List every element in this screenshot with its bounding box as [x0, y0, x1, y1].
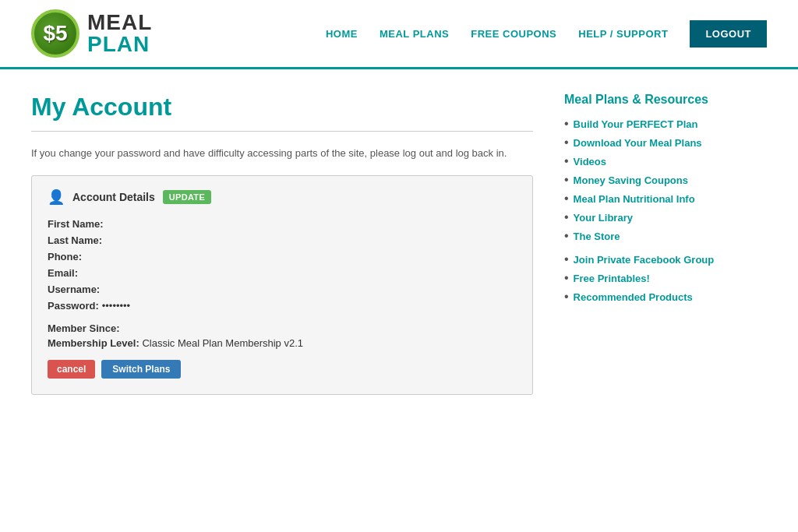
last-name-label: Last Name:: [48, 234, 102, 246]
phone-label: Phone:: [48, 251, 82, 262]
username-row: Username:: [48, 284, 517, 295]
password-row: Password: ••••••••: [48, 300, 517, 312]
left-column: My Account If you change your password a…: [31, 93, 533, 395]
account-icon: 👤: [48, 188, 65, 206]
list-item: Money Saving Coupons: [564, 174, 767, 186]
list-item: Videos: [564, 155, 767, 167]
sidebar-link-facebook-group[interactable]: Join Private Facebook Group: [574, 254, 715, 266]
list-item: Recommended Products: [564, 291, 767, 303]
right-sidebar: Meal Plans & Resources Build Your PERFEC…: [564, 93, 767, 395]
nav-help-support[interactable]: HELP / SUPPORT: [578, 28, 668, 40]
membership-level-row: Membership Level: Classic Meal Plan Memb…: [48, 337, 517, 349]
switch-plans-button[interactable]: Switch Plans: [101, 360, 181, 379]
logout-button[interactable]: LOGOUT: [690, 20, 767, 48]
page-title: My Account: [31, 93, 533, 122]
password-notice: If you change your password and have dif…: [31, 146, 533, 161]
sidebar-link-recommended-products[interactable]: Recommended Products: [574, 291, 693, 303]
logo-icon: $5: [31, 9, 79, 58]
list-item: Join Private Facebook Group: [564, 253, 767, 266]
page-divider: [31, 131, 533, 132]
nav-home[interactable]: HOME: [326, 28, 358, 40]
main-nav: HOME MEAL PLANS FREE COUPONS HELP / SUPP…: [326, 20, 767, 48]
sidebar-link-nutritional-info[interactable]: Meal Plan Nutritional Info: [574, 193, 695, 205]
sidebar-title: Meal Plans & Resources: [564, 93, 767, 107]
password-label: Password:: [48, 300, 99, 312]
main-content: My Account If you change your password a…: [0, 69, 798, 418]
account-details-title: Account Details: [72, 191, 155, 203]
list-item: Build Your PERFECT Plan: [564, 118, 767, 130]
sidebar-link-videos[interactable]: Videos: [574, 156, 606, 167]
sidebar-link-free-printables[interactable]: Free Printables!: [574, 273, 650, 284]
sidebar-link-your-library[interactable]: Your Library: [574, 212, 633, 224]
sidebar-link-perfect-plan[interactable]: Build Your PERFECT Plan: [574, 118, 698, 130]
list-item: Download Your Meal Plans: [564, 136, 767, 149]
member-since-row: Member Since:: [48, 322, 517, 334]
nav-free-coupons[interactable]: FREE COUPONS: [471, 28, 556, 40]
first-name-row: First Name:: [48, 218, 517, 230]
membership-level-label: Membership Level:: [48, 337, 139, 349]
last-name-row: Last Name:: [48, 234, 517, 246]
update-button[interactable]: UPDATE: [163, 190, 211, 204]
account-details-box: 👤 Account Details UPDATE First Name: Las…: [31, 175, 533, 395]
primary-sidebar-links: Build Your PERFECT Plan Download Your Me…: [564, 118, 767, 242]
email-row: Email:: [48, 267, 517, 279]
cancel-button[interactable]: cancel: [48, 360, 95, 379]
logo-text: MEAL PLAN: [87, 12, 152, 55]
phone-row: Phone:: [48, 251, 517, 262]
secondary-sidebar-links: Join Private Facebook Group Free Printab…: [564, 253, 767, 303]
username-label: Username:: [48, 284, 100, 295]
list-item: The Store: [564, 230, 767, 242]
nav-meal-plans[interactable]: MEAL PLANS: [380, 28, 449, 40]
password-value: ••••••••: [102, 300, 130, 312]
sidebar-link-download-meal-plans[interactable]: Download Your Meal Plans: [574, 137, 702, 149]
account-details-header: 👤 Account Details UPDATE: [48, 188, 517, 206]
site-header: $5 MEAL PLAN HOME MEAL PLANS FREE COUPON…: [0, 0, 798, 69]
action-buttons: cancel Switch Plans: [48, 360, 517, 379]
account-fields: First Name: Last Name: Phone: Email: Use…: [48, 218, 517, 312]
member-since-label: Member Since:: [48, 322, 119, 334]
email-label: Email:: [48, 267, 78, 279]
list-item: Free Printables!: [564, 272, 767, 284]
list-item: Meal Plan Nutritional Info: [564, 192, 767, 205]
sidebar-link-the-store[interactable]: The Store: [574, 231, 620, 242]
logo-plan: PLAN: [87, 33, 152, 55]
first-name-label: First Name:: [48, 218, 104, 230]
sidebar-link-money-saving-coupons[interactable]: Money Saving Coupons: [574, 174, 688, 186]
list-item: Your Library: [564, 211, 767, 224]
logo-area: $5 MEAL PLAN: [31, 9, 152, 58]
logo-meal: MEAL: [87, 12, 152, 33]
membership-level-value: Classic Meal Plan Membership v2.1: [142, 337, 303, 349]
logo-dollar-text: $5: [43, 23, 67, 44]
member-section: Member Since: Membership Level: Classic …: [48, 322, 517, 379]
